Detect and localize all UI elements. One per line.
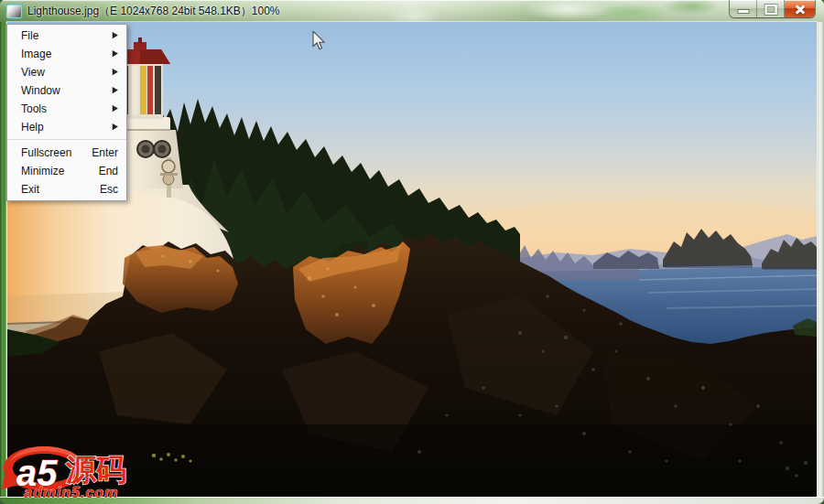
image-viewer-window: Lighthouse.jpg（E 1024x768 24bit 548.1KB）… — [0, 0, 824, 504]
minimize-icon — [738, 10, 748, 13]
menu-item-label: Exit — [21, 180, 39, 198]
close-icon — [795, 4, 806, 15]
menu-item-view[interactable]: View ▶ — [7, 63, 126, 81]
watermark-logo: a5 源码 admin5.com — [2, 445, 146, 504]
menu-shortcut: Esc — [100, 180, 118, 198]
app-icon — [6, 5, 22, 18]
watermark-domain: admin5.com — [24, 485, 118, 500]
maximize-icon — [764, 5, 776, 15]
menu-shortcut: End — [99, 162, 118, 180]
menu-item-minimize[interactable]: Minimize End — [7, 162, 126, 180]
menu-item-label: Image — [21, 45, 51, 63]
menu-item-label: File — [21, 27, 38, 45]
watermark-brand-cn: 源码 — [65, 453, 126, 487]
menu-shortcut: Enter — [92, 144, 118, 162]
close-button[interactable] — [785, 0, 815, 17]
menu-item-fullscreen[interactable]: Fullscreen Enter — [7, 144, 126, 162]
window-controls — [730, 0, 815, 17]
window-border-right — [817, 22, 824, 497]
window-title: Lighthouse.jpg（E 1024x768 24bit 548.1KB）… — [27, 4, 280, 19]
titlebar[interactable]: Lighthouse.jpg（E 1024x768 24bit 548.1KB）… — [0, 0, 824, 22]
menu-item-label: Minimize — [21, 162, 64, 180]
menu-item-label: Fullscreen — [21, 144, 71, 162]
photo-canvas — [7, 22, 817, 497]
submenu-arrow-icon: ▶ — [113, 117, 118, 138]
maximize-button[interactable] — [757, 0, 785, 17]
menu-item-exit[interactable]: Exit Esc — [7, 180, 126, 198]
minimize-button[interactable] — [730, 0, 757, 17]
menu-item-file[interactable]: File ▶ — [7, 27, 126, 45]
menu-item-label: Help — [21, 118, 44, 136]
menu-item-label: Tools — [21, 100, 47, 118]
menu-item-window[interactable]: Window ▶ — [7, 81, 126, 100]
menu-separator — [7, 139, 126, 141]
photo-lighthouse[interactable] — [7, 22, 817, 497]
menu-item-label: View — [21, 63, 45, 81]
menu-item-image[interactable]: Image ▶ — [7, 45, 126, 63]
context-menu: File ▶ Image ▶ View ▶ Window ▶ Tools ▶ H… — [6, 24, 127, 201]
menu-item-tools[interactable]: Tools ▶ — [7, 100, 126, 118]
menu-item-label: Window — [21, 81, 60, 100]
menu-item-help[interactable]: Help ▶ — [7, 118, 126, 136]
